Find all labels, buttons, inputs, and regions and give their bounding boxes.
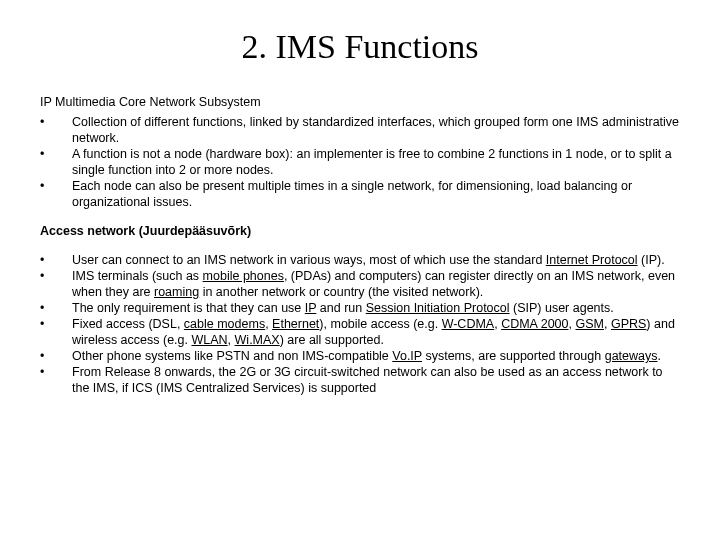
list-item: User can connect to an IMS network in va…	[40, 252, 680, 268]
list-item: IMS terminals (such as mobile phones, (P…	[40, 268, 680, 300]
list-item: Other phone systems like PSTN and non IM…	[40, 348, 680, 364]
list-item: The only requirement is that they can us…	[40, 300, 680, 316]
list-item: From Release 8 onwards, the 2G or 3G cir…	[40, 364, 680, 396]
list-item: Fixed access (DSL, cable modems, Etherne…	[40, 316, 680, 348]
intro-line: IP Multimedia Core Network Subsystem	[40, 94, 680, 110]
list-item: Collection of different functions, linke…	[40, 114, 680, 146]
access-network-heading: Access network (Juurdepääsuvõrk)	[40, 224, 680, 238]
bullet-list-1: Collection of different functions, linke…	[40, 114, 680, 210]
list-item: Each node can also be present multiple t…	[40, 178, 680, 210]
bullet-list-2: User can connect to an IMS network in va…	[40, 252, 680, 396]
list-item: A function is not a node (hardware box):…	[40, 146, 680, 178]
slide-title: 2. IMS Functions	[40, 28, 680, 66]
